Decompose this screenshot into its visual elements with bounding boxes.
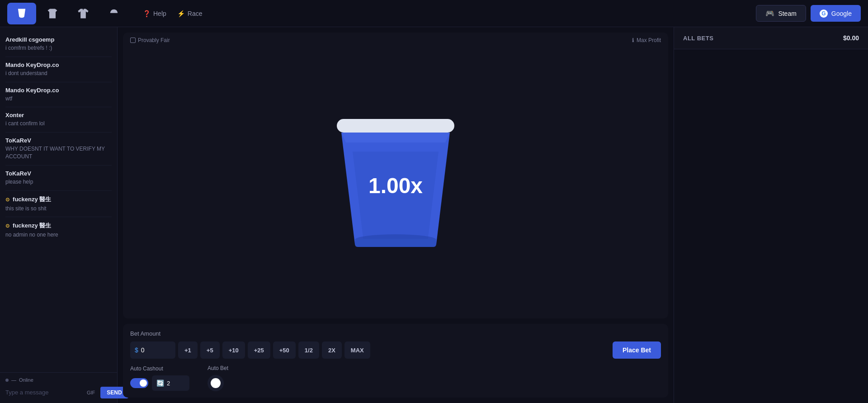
help-icon: ❓ [143, 10, 151, 17]
race-icon: ⚡ [177, 10, 185, 17]
bets-header: ALL BETS $0.00 [674, 27, 868, 49]
chat-sidebar: Aredkill csgoempi comfrm betrefs ! :)Man… [0, 27, 118, 403]
online-status: — Online [5, 377, 112, 383]
crown-icon: ⊙ [5, 197, 11, 202]
chat-username: ⊙ fuckenzy 醫生 [5, 195, 112, 204]
chat-message: ToKaReVplease help [5, 166, 112, 191]
bet-input-wrapper: $ [130, 341, 175, 359]
half-button[interactable]: 1/2 [298, 341, 319, 359]
chat-input-row: GIF SEND [5, 386, 112, 398]
info-icon: ℹ [632, 37, 634, 43]
chat-message: ToKaReVWHY DOESNT IT WANT TO VERIFY MY A… [5, 133, 112, 166]
chat-text: wtf [5, 95, 112, 103]
google-button[interactable]: G Google [811, 5, 861, 22]
steam-icon: 🎮 [765, 9, 774, 18]
race-label: Race [188, 10, 203, 17]
auto-cashout-input-wrapper: 🔄 [152, 375, 189, 391]
bets-panel: ALL BETS $0.00 [674, 27, 868, 403]
chat-text: i dont understand [5, 70, 112, 77]
auto-cashout-input[interactable] [167, 380, 185, 387]
max-profit-button[interactable]: ℹ Max Profit [632, 37, 661, 43]
cycle-icon: 🔄 [156, 379, 164, 387]
chat-username: Xonter [5, 112, 112, 119]
chat-text: please help [5, 178, 112, 186]
tab-shirt[interactable] [38, 3, 67, 24]
chat-username: Mando KeyDrop.co [5, 62, 112, 68]
bets-content [674, 49, 868, 403]
chat-username: Mando KeyDrop.co [5, 87, 112, 94]
chat-message: Mando KeyDrop.coi dont understand [5, 57, 112, 82]
plus50-button[interactable]: +50 [273, 341, 296, 359]
google-label: Google [831, 10, 852, 17]
tab-hat[interactable] [99, 3, 128, 24]
chat-message: ⊙ fuckenzy 醫生no admin no one here [5, 217, 112, 243]
chat-message: ⊙ fuckenzy 醫生this site is so shit [5, 191, 112, 218]
steam-label: Steam [778, 10, 796, 17]
game-canvas: 1.00x [123, 48, 668, 318]
auto-bet-label: Auto Bet [208, 365, 228, 371]
auth-buttons: 🎮 Steam G Google [756, 5, 861, 22]
auto-bet-toggle[interactable] [208, 375, 224, 391]
max-button[interactable]: MAX [344, 341, 370, 359]
bets-amount: $0.00 [843, 34, 859, 42]
bet-input[interactable] [141, 346, 164, 354]
chat-username: Aredkill csgoemp [5, 36, 112, 43]
chat-username: ToKaReV [5, 170, 112, 177]
tab-cup[interactable] [7, 3, 36, 24]
top-nav: ❓ Help ⚡ Race 🎮 Steam G Google [0, 0, 868, 27]
bet-controls: Bet Amount $ +1 +5 +10 +25 +50 1/2 2X MA… [123, 324, 668, 398]
bet-amount-label: Bet Amount [130, 330, 661, 337]
game-area: Provably Fair ℹ Max Profit [118, 27, 674, 403]
dollar-icon: $ [135, 346, 138, 354]
svg-rect-0 [337, 119, 454, 133]
race-link[interactable]: ⚡ Race [177, 10, 203, 17]
chat-username: ⊙ fuckenzy 醫生 [5, 222, 112, 230]
auto-cashout-controls: 🔄 [130, 375, 189, 391]
game-header: Provably Fair ℹ Max Profit [123, 33, 668, 48]
bet-row: $ +1 +5 +10 +25 +50 1/2 2X MAX Place Bet [130, 341, 661, 359]
double-button[interactable]: 2X [322, 341, 342, 359]
provably-fair-label: Provably Fair [138, 37, 170, 43]
game-panel: Provably Fair ℹ Max Profit [123, 33, 668, 318]
crown-icon: ⊙ [5, 223, 11, 228]
gif-button[interactable]: GIF [84, 388, 98, 397]
svg-rect-2 [355, 239, 436, 247]
chat-message: Xonteri cant confirm lol [5, 107, 112, 133]
steam-button[interactable]: 🎮 Steam [756, 5, 806, 22]
plus5-button[interactable]: +5 [200, 341, 220, 359]
chat-message: Mando KeyDrop.cowtf [5, 82, 112, 108]
help-link[interactable]: ❓ Help [143, 10, 166, 17]
bet-bottom-row: Auto Cashout 🔄 Auto Bet [130, 365, 661, 391]
auto-cashout-label: Auto Cashout [130, 365, 189, 372]
main-content: Aredkill csgoempi comfrm betrefs ! :)Man… [0, 27, 868, 403]
plus25-button[interactable]: +25 [248, 341, 270, 359]
max-profit-label: Max Profit [637, 37, 661, 43]
nav-links: ❓ Help ⚡ Race [143, 10, 202, 17]
auto-bet-controls [208, 375, 228, 391]
google-icon: G [820, 9, 828, 18]
cup-illustration: 1.00x [328, 111, 463, 256]
multiplier-display: 1.00x [368, 173, 423, 198]
tab-jacket[interactable] [69, 3, 98, 24]
online-dot [5, 379, 9, 382]
chat-messages: Aredkill csgoempi comfrm betrefs ! :)Man… [0, 27, 117, 372]
chat-text: this site is so shit [5, 205, 112, 213]
chat-username: ToKaReV [5, 137, 112, 144]
online-dash: — [11, 377, 16, 383]
nav-tabs [7, 3, 128, 24]
place-bet-button[interactable]: Place Bet [613, 341, 661, 359]
chat-text: WHY DOESNT IT WANT TO VERIFY MY ACCOUNT [5, 145, 112, 161]
chat-text: i comfrm betrefs ! :) [5, 44, 112, 52]
chat-footer: — Online GIF SEND [0, 372, 117, 403]
chat-text: no admin no one here [5, 231, 112, 239]
auto-cashout-toggle[interactable] [130, 378, 148, 388]
online-label: Online [19, 377, 33, 383]
auto-cashout-section: Auto Cashout 🔄 [130, 365, 189, 391]
bets-title: ALL BETS [683, 35, 713, 42]
plus1-button[interactable]: +1 [178, 341, 198, 359]
provably-fair-button[interactable]: Provably Fair [130, 37, 170, 43]
chat-text: i cant confirm lol [5, 120, 112, 128]
chat-input[interactable] [5, 386, 81, 398]
help-label: Help [153, 10, 166, 17]
plus10-button[interactable]: +10 [222, 341, 245, 359]
